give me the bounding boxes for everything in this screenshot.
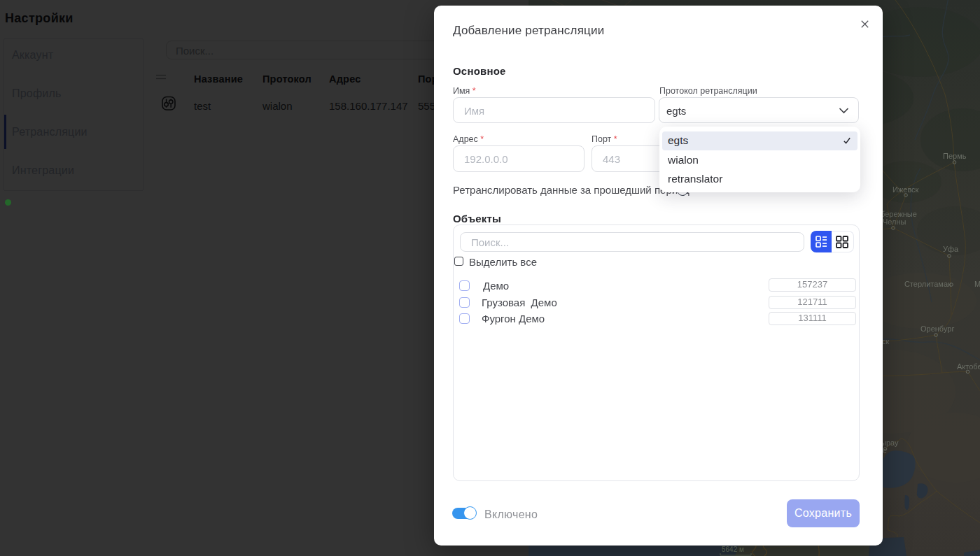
- svg-text:Стерлитамак: Стерлитамак: [904, 280, 951, 288]
- svg-text:Ижевск: Ижевск: [892, 185, 919, 194]
- svg-text:Оренбург: Оренбург: [920, 325, 954, 333]
- svg-text:М: М: [974, 280, 980, 288]
- svg-text:5642 м: 5642 м: [722, 546, 744, 553]
- svg-text:Уфа: Уфа: [943, 245, 959, 253]
- svg-text:Челны: Челны: [883, 218, 906, 226]
- svg-text:Пермь: Пермь: [943, 152, 967, 160]
- svg-text:ск: ск: [882, 337, 890, 345]
- svg-text:Актобе: Актобе: [957, 362, 980, 371]
